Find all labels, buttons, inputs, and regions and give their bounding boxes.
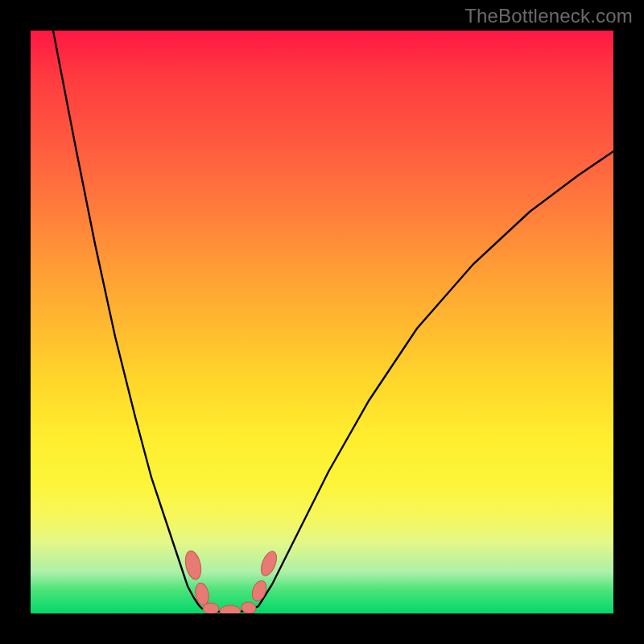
marker-trough-2 xyxy=(220,605,241,613)
marker-right-upper xyxy=(258,549,280,578)
marker-trough-1 xyxy=(203,603,219,613)
curve-svg xyxy=(31,31,613,613)
chart-frame: TheBottleneck.com xyxy=(0,0,644,644)
plot-area xyxy=(31,31,613,613)
marker-right-lower xyxy=(250,579,269,603)
marker-left-upper xyxy=(183,549,204,580)
watermark-text: TheBottleneck.com xyxy=(464,5,633,27)
bottleneck-curve xyxy=(53,31,613,612)
